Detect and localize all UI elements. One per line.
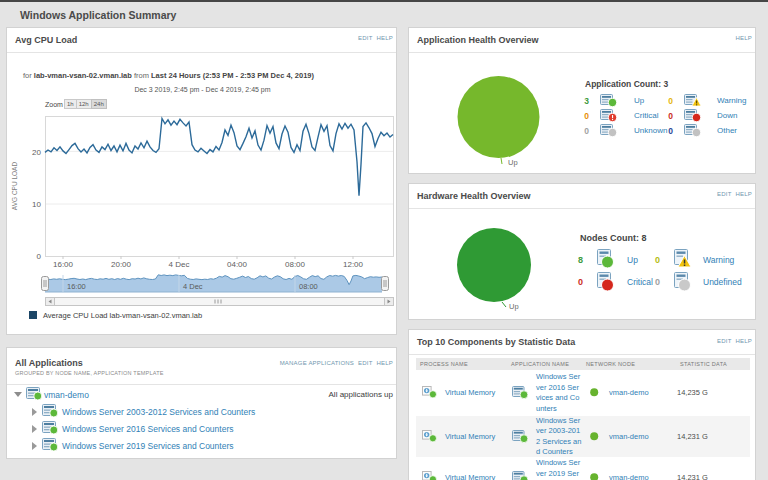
svg-text:08:00: 08:00: [285, 260, 306, 269]
svg-text:Up: Up: [509, 302, 519, 311]
svg-text:08:00: 08:00: [299, 282, 318, 291]
svg-text:20: 20: [32, 148, 41, 157]
svg-text:10: 10: [32, 200, 41, 209]
svg-text:4 Dec: 4 Dec: [183, 282, 203, 291]
svg-text:4 Dec: 4 Dec: [169, 260, 190, 269]
svg-text:AVG CPU LOAD: AVG CPU LOAD: [11, 162, 18, 211]
svg-text:16:00: 16:00: [53, 260, 74, 269]
svg-text:Average CPU Load lab-vman-vsan: Average CPU Load lab-vman-vsan-02.vman.l…: [43, 311, 202, 320]
svg-text:Up: Up: [508, 158, 518, 167]
svg-text:0: 0: [37, 252, 42, 261]
svg-text:04:00: 04:00: [227, 260, 248, 269]
svg-text:20:00: 20:00: [111, 260, 132, 269]
svg-text:12:00: 12:00: [343, 260, 364, 269]
svg-text:16:00: 16:00: [67, 282, 86, 291]
